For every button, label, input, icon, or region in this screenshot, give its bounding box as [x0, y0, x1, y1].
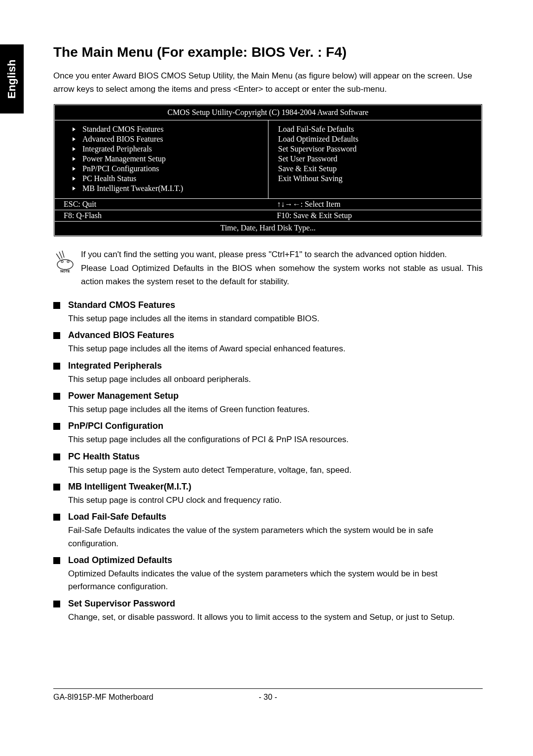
svg-line-3 — [56, 254, 60, 260]
bios-item-label: Set Supervisor Password — [278, 145, 357, 153]
section-title: Power Management Setup — [68, 391, 179, 401]
section-desc: This setup page includes all onboard per… — [68, 373, 483, 386]
svg-point-2 — [67, 261, 69, 263]
section-desc: Optimized Defaults indicates the value o… — [68, 567, 483, 594]
section-item: Set Supervisor Password Change, set, or … — [53, 599, 483, 624]
sections-list: Standard CMOS Features This setup page i… — [53, 300, 483, 624]
bios-footer-f8: F8: Q-Flash — [55, 210, 268, 221]
square-bullet-icon — [53, 332, 60, 339]
section-desc: This setup page is control CPU clock and… — [68, 494, 483, 507]
arrow-icon — [73, 157, 76, 161]
bios-item-label: Exit Without Saving — [278, 174, 343, 183]
bios-menu-item[interactable]: Standard CMOS Features — [61, 124, 262, 134]
section-title: PC Health Status — [68, 452, 140, 462]
square-bullet-icon — [53, 423, 60, 430]
bios-item-label: PnP/PCI Configurations — [82, 164, 159, 173]
bios-item-label: Integrated Peripherals — [82, 145, 152, 153]
note-block: NOTE If you can't find the setting you w… — [53, 248, 483, 288]
footer-text: GA-8I915P-MF Motherboard - 30 - — [53, 693, 483, 702]
arrow-icon — [73, 137, 76, 141]
section-item: PnP/PCI Configuration This setup page in… — [53, 421, 483, 446]
bios-right-column: Load Fail-Safe Defaults Load Optimized D… — [268, 120, 482, 198]
square-bullet-icon — [53, 302, 60, 309]
bios-help-text: Time, Date, Hard Disk Type... — [55, 222, 481, 235]
section-title: Standard CMOS Features — [68, 300, 175, 310]
bios-menu-item[interactable]: MB Intelligent Tweaker(M.I.T.) — [61, 184, 262, 193]
section-desc: This setup page includes all the configu… — [68, 433, 483, 446]
section-item: MB Intelligent Tweaker(M.I.T.) This setu… — [53, 482, 483, 507]
note-text-1: If you can't find the setting you want, … — [81, 250, 447, 259]
svg-point-1 — [61, 261, 63, 263]
bios-menu-item[interactable]: Advanced BIOS Features — [61, 134, 262, 144]
section-desc: This setup page includes all the items i… — [68, 312, 483, 325]
bios-footer-row: ESC: Quit ↑↓→←: Select Item — [55, 199, 481, 210]
bios-item-label: MB Intelligent Tweaker(M.I.T.) — [82, 184, 183, 193]
section-title: Load Optimized Defaults — [68, 555, 172, 566]
square-bullet-icon — [53, 454, 60, 460]
bios-menu-item[interactable]: Save & Exit Setup — [274, 164, 476, 174]
square-bullet-icon — [53, 557, 60, 564]
language-label: English — [5, 59, 18, 98]
svg-line-5 — [62, 251, 64, 258]
bios-menu-item[interactable]: Integrated Peripherals — [61, 144, 262, 154]
bios-menu-item[interactable]: Load Optimized Defaults — [274, 134, 476, 144]
note-text-wrapper: If you can't find the setting you want, … — [81, 248, 483, 288]
section-title: Set Supervisor Password — [68, 599, 175, 609]
section-item: Load Optimized Defaults Optimized Defaul… — [53, 555, 483, 594]
section-title: PnP/PCI Configuration — [68, 421, 163, 431]
section-title: MB Intelligent Tweaker(M.I.T.) — [68, 482, 191, 492]
note-text-2: Please Load Optimized Defaults in the BI… — [81, 264, 483, 286]
footer-divider — [53, 688, 483, 689]
bios-left-column: Standard CMOS Features Advanced BIOS Fea… — [55, 120, 268, 198]
footer-product: GA-8I915P-MF Motherboard — [53, 693, 153, 701]
page-title: The Main Menu (For example: BIOS Ver. : … — [53, 44, 483, 60]
bios-item-label: Load Fail-Safe Defaults — [278, 125, 354, 134]
bios-menu-item[interactable]: Exit Without Saving — [274, 174, 476, 184]
svg-line-4 — [59, 252, 62, 259]
bios-footer-arrows: ↑↓→←: Select Item — [268, 199, 481, 210]
bios-footer-row: F8: Q-Flash F10: Save & Exit Setup — [55, 210, 481, 222]
bios-menu-item[interactable]: Power Management Setup — [61, 154, 262, 164]
bios-footer-f10: F10: Save & Exit Setup — [268, 210, 481, 221]
section-item: Advanced BIOS Features This setup page i… — [53, 330, 483, 355]
arrow-icon — [73, 167, 76, 171]
arrow-icon — [73, 147, 76, 151]
bios-item-label: Power Management Setup — [82, 154, 166, 163]
section-desc: This setup page is the System auto detec… — [68, 464, 483, 477]
bios-menu-item[interactable]: PC Health Status — [61, 174, 262, 184]
page-content: The Main Menu (For example: BIOS Ver. : … — [53, 44, 483, 629]
bios-screen: CMOS Setup Utility-Copyright (C) 1984-20… — [53, 104, 483, 237]
arrow-icon — [73, 177, 76, 181]
bios-item-label: Load Optimized Defaults — [278, 135, 359, 144]
bios-item-label: Set User Password — [278, 154, 338, 163]
square-bullet-icon — [53, 393, 60, 400]
page-footer: GA-8I915P-MF Motherboard - 30 - — [53, 688, 483, 702]
bios-menu-item[interactable]: Load Fail-Safe Defaults — [274, 124, 476, 134]
section-desc: This setup page includes all the items o… — [68, 403, 483, 416]
section-item: Integrated Peripherals This setup page i… — [53, 361, 483, 386]
section-desc: Change, set, or disable password. It all… — [68, 611, 483, 624]
section-item: Power Management Setup This setup page i… — [53, 391, 483, 416]
section-desc: This setup page includes all the items o… — [68, 342, 483, 355]
bios-menu-item[interactable]: PnP/PCI Configurations — [61, 164, 262, 174]
section-title: Load Fail-Safe Defaults — [68, 512, 166, 522]
bios-footer-esc: ESC: Quit — [55, 199, 268, 210]
footer-page-number: - 30 - — [259, 693, 277, 702]
square-bullet-icon — [53, 601, 60, 607]
arrow-icon — [73, 187, 76, 190]
bios-menu-item[interactable]: Set User Password — [274, 154, 476, 164]
bios-menu-item[interactable]: Set Supervisor Password — [274, 144, 476, 154]
bios-body: Standard CMOS Features Advanced BIOS Fea… — [55, 120, 481, 199]
note-icon: NOTE — [53, 248, 81, 288]
section-item: Load Fail-Safe Defaults Fail-Safe Defaul… — [53, 512, 483, 550]
section-desc: Fail-Safe Defaults indicates the value o… — [68, 524, 483, 550]
bios-item-label: PC Health Status — [82, 174, 136, 183]
section-item: Standard CMOS Features This setup page i… — [53, 300, 483, 325]
section-title: Advanced BIOS Features — [68, 330, 174, 340]
square-bullet-icon — [53, 514, 60, 521]
section-title: Integrated Peripherals — [68, 361, 162, 371]
svg-point-0 — [57, 260, 73, 269]
language-tab: English — [0, 44, 24, 113]
svg-text:NOTE: NOTE — [60, 269, 70, 272]
bios-item-label: Advanced BIOS Features — [82, 135, 163, 144]
